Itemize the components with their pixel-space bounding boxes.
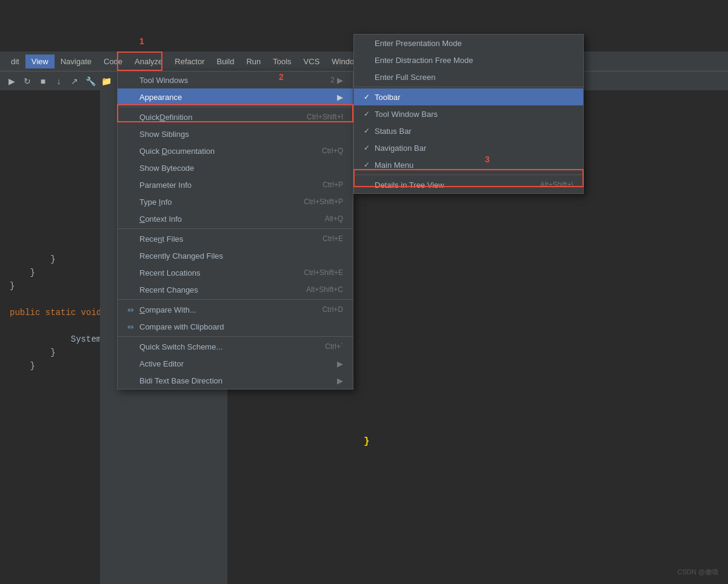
quick-switch-shortcut: Ctrl+`: [325, 342, 343, 351]
menu-navigate[interactable]: Navigate: [55, 55, 98, 68]
submenu-distraction[interactable]: Enter Distraction Free Mode: [354, 51, 583, 68]
active-editor-arrow: ▶: [337, 359, 343, 368]
distraction-label: Enter Distraction Free Mode: [375, 56, 573, 65]
type-info-label: Type Info: [139, 197, 299, 207]
recently-changed-label: Recently Changed Files: [139, 251, 343, 260]
cw-icon-left: ⇔: [127, 305, 139, 314]
appearance-submenu: Enter Presentation Mode Enter Distractio…: [353, 34, 584, 194]
submenu-navigation-bar[interactable]: ✓ Navigation Bar: [354, 139, 583, 156]
watermark: CSDN @傻哦: [678, 568, 718, 577]
compare-with-shortcut: Ctrl+D: [322, 305, 343, 314]
closing-brace: }: [364, 436, 370, 447]
parameter-info-shortcut: Ctrl+P: [322, 181, 343, 189]
toolbar-stop-icon[interactable]: ■: [36, 75, 50, 88]
menu-item-recent-changes[interactable]: Recent Changes Alt+Shift+C: [118, 281, 353, 298]
menu-analyze[interactable]: Analyze: [129, 55, 169, 68]
menu-item-compare-clipboard[interactable]: ⇔ Compare with Clipboard: [118, 318, 353, 335]
fullscreen-label: Enter Full Screen: [375, 73, 573, 82]
tool-windows-shortcut: 2: [330, 76, 335, 84]
menu-item-quick-doc[interactable]: Quick Documentation Ctrl+Q: [118, 142, 353, 159]
menu-item-recent-files[interactable]: Recent Files Ctrl+E: [118, 230, 353, 247]
compare-clipboard-label: Compare with Clipboard: [139, 322, 343, 331]
menu-item-appearance[interactable]: Appearance ▶: [118, 88, 353, 105]
submenu-toolbar[interactable]: ✓ Toolbar: [354, 88, 583, 105]
quick-definition-shortcut: Ctrl+Shift+I: [307, 113, 343, 121]
quick-doc-shortcut: Ctrl+Q: [322, 147, 343, 155]
main-menu-label: Main Menu: [375, 161, 573, 170]
presentation-label: Enter Presentation Mode: [375, 39, 573, 48]
menu-item-parameter-info[interactable]: Parameter Info Ctrl+P: [118, 176, 353, 193]
menu-tools[interactable]: Tools: [267, 55, 297, 68]
submenu-presentation[interactable]: Enter Presentation Mode: [354, 35, 583, 51]
recent-locations-shortcut: Ctrl+Shift+E: [304, 268, 343, 277]
recent-locations-label: Recent Locations: [139, 268, 299, 277]
recent-files-label: Recent Files: [139, 234, 318, 244]
menu-edit[interactable]: dit: [5, 55, 25, 68]
context-info-label: Context Info: [139, 214, 320, 224]
menu-item-quick-switch[interactable]: Quick Switch Scheme... Ctrl+`: [118, 338, 353, 355]
tool-windows-label: Tool Windows: [139, 76, 326, 85]
details-tree-label: Details in Tree View: [375, 181, 540, 190]
badge-two: 2: [279, 72, 284, 82]
type-info-shortcut: Ctrl+Shift+P: [304, 197, 343, 206]
show-bytecode-label: Show Bytecode: [139, 164, 343, 173]
quick-switch-label: Quick Switch Scheme...: [139, 342, 320, 351]
toolbar-refresh-icon[interactable]: ↻: [21, 75, 34, 88]
menu-item-bidi-text[interactable]: Bidi Text Base Direction ▶: [118, 372, 353, 389]
separator-2: [118, 228, 353, 229]
active-editor-label: Active Editor: [139, 359, 335, 368]
menu-item-recent-locations[interactable]: Recent Locations Ctrl+Shift+E: [118, 264, 353, 281]
menu-code[interactable]: Code: [98, 55, 129, 68]
menu-item-active-editor[interactable]: Active Editor ▶: [118, 355, 353, 372]
twb-check: ✓: [364, 110, 375, 118]
navigation-bar-label: Navigation Bar: [375, 144, 573, 153]
menu-run[interactable]: Run: [240, 55, 267, 68]
menu-view[interactable]: View: [25, 55, 55, 68]
toolbar-step-icon[interactable]: ↓: [52, 75, 65, 88]
badge-one: 1: [139, 36, 144, 46]
menu-vcs[interactable]: VCS: [298, 55, 326, 68]
toolbar-step2-icon[interactable]: ↗: [68, 75, 81, 88]
menu-item-context-info[interactable]: Context Info Alt+Q: [118, 210, 353, 227]
cc-icon-left: ⇔: [127, 322, 139, 331]
recent-changes-shortcut: Alt+Shift+C: [306, 285, 343, 294]
quick-doc-label: Quick Documentation: [139, 147, 317, 156]
toolbar-run-icon[interactable]: ▶: [5, 75, 18, 88]
submenu-fullscreen[interactable]: Enter Full Screen: [354, 68, 583, 85]
app-separator-1: [354, 87, 583, 87]
app-separator-2: [354, 174, 583, 175]
menu-item-type-info[interactable]: Type Info Ctrl+Shift+P: [118, 193, 353, 210]
submenu-tool-window-bars[interactable]: ✓ Tool Window Bars: [354, 105, 583, 122]
menu-refactor[interactable]: Refactor: [169, 55, 210, 68]
mm-check: ✓: [364, 161, 375, 169]
recent-changes-label: Recent Changes: [139, 285, 301, 294]
badge-three: 3: [485, 154, 490, 164]
toolbar-wrench-icon[interactable]: 🔧: [84, 75, 97, 88]
submenu-main-menu[interactable]: ✓ Main Menu: [354, 156, 583, 173]
quick-definition-label: QuickDefinition: [139, 113, 302, 122]
view-dropdown-menu: Tool Windows 2 ▶ Appearance ▶ QuickDefin…: [117, 71, 353, 390]
show-siblings-label: Show Siblings: [139, 130, 343, 139]
submenu-status-bar[interactable]: ✓ Status Bar: [354, 122, 583, 139]
menu-item-recently-changed[interactable]: Recently Changed Files: [118, 247, 353, 264]
menu-item-quick-definition[interactable]: QuickDefinition Ctrl+Shift+I: [118, 108, 353, 125]
menu-item-show-siblings[interactable]: Show Siblings: [118, 125, 353, 142]
submenu-details-tree[interactable]: Details in Tree View Alt+Shift+\: [354, 176, 583, 193]
recent-files-shortcut: Ctrl+E: [322, 234, 343, 243]
toolbar-folder-icon[interactable]: 📁: [99, 75, 113, 88]
compare-with-label: Compare With...: [139, 305, 318, 314]
bidi-text-arrow: ▶: [337, 376, 343, 385]
menu-build[interactable]: Build: [210, 55, 240, 68]
details-tree-shortcut: Alt+Shift+\: [540, 181, 573, 189]
separator-4: [118, 336, 353, 337]
menu-item-show-bytecode[interactable]: Show Bytecode: [118, 159, 353, 176]
appearance-label: Appearance: [139, 93, 335, 102]
menu-item-tool-windows[interactable]: Tool Windows 2 ▶: [118, 71, 353, 88]
bidi-text-label: Bidi Text Base Direction: [139, 376, 335, 385]
toolbar-label: Toolbar: [375, 93, 573, 102]
tool-windows-arrow: ▶: [337, 76, 343, 85]
tool-window-bars-label: Tool Window Bars: [375, 110, 573, 119]
appearance-arrow: ▶: [337, 93, 343, 102]
context-info-shortcut: Alt+Q: [325, 214, 343, 223]
menu-item-compare-with[interactable]: ⇔ Compare With... Ctrl+D: [118, 301, 353, 318]
